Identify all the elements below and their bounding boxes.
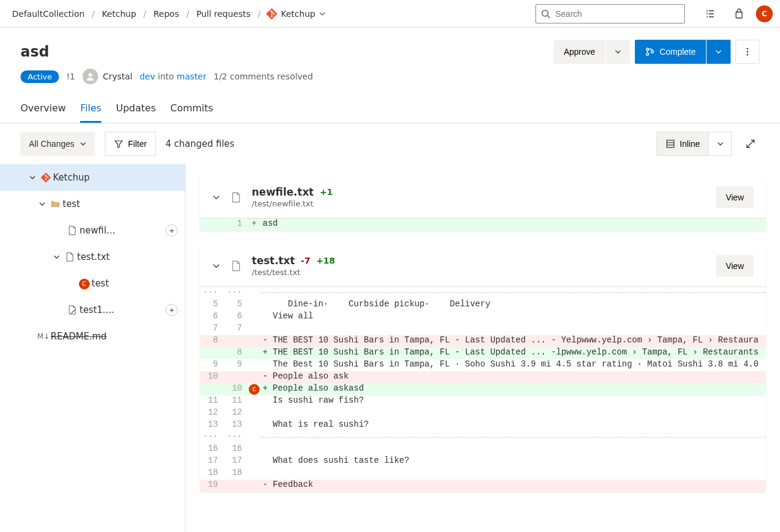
- pr-title: asd: [20, 43, 49, 60]
- tree-comment-item[interactable]: C test: [0, 270, 185, 297]
- chevron-down-icon: [717, 140, 724, 147]
- breadcrumb-collection[interactable]: DefaultCollection: [7, 7, 89, 21]
- diff-line[interactable]: 99 The Best 10 Sushi Bars in Tampa, FL ·…: [200, 359, 766, 371]
- diff-line[interactable]: 1616: [200, 444, 766, 456]
- breadcrumb-project[interactable]: Ketchup: [97, 7, 141, 21]
- file-icon: [229, 192, 243, 203]
- shopping-button[interactable]: [727, 2, 751, 26]
- diff-line[interactable]: 77: [200, 323, 766, 335]
- diff-skip[interactable]: ······: [200, 431, 766, 444]
- changed-files-count: 4 changed files: [166, 138, 234, 149]
- body-split: Ketchup test newfil… + test.txt C test t…: [0, 164, 780, 532]
- diff-body: 1 + asd: [200, 218, 766, 230]
- more-vertical-icon: [743, 47, 752, 57]
- into-label: into: [158, 72, 174, 81]
- pr-header: asd Approve Complete Act: [0, 28, 780, 123]
- search-box[interactable]: [535, 4, 685, 23]
- git-icon: [39, 173, 53, 182]
- diff-line[interactable]: 1717 What does sushi taste like?: [200, 456, 766, 468]
- complete-button[interactable]: Complete: [635, 40, 706, 64]
- inline-view-button[interactable]: Inline: [657, 132, 708, 155]
- all-changes-dropdown[interactable]: All Changes: [20, 132, 95, 156]
- view-file-button[interactable]: View: [716, 187, 753, 208]
- tree-root[interactable]: Ketchup: [0, 164, 185, 191]
- list-icon: [705, 8, 716, 19]
- tree-add-badge: +: [166, 304, 178, 316]
- diff-line[interactable]: 55 Dine-in· Curbside pickup· Delivery: [200, 299, 766, 311]
- source-branch[interactable]: dev: [140, 72, 155, 81]
- file-name: test.txt: [252, 255, 295, 267]
- work-items-button[interactable]: [698, 2, 722, 26]
- diff-line-add[interactable]: 10C+ People also askasd: [200, 383, 766, 395]
- user-avatar[interactable]: C: [756, 5, 773, 22]
- approve-split-button: Approve: [554, 40, 630, 64]
- chevron-down-icon: [715, 48, 722, 55]
- collapse-toggle[interactable]: [212, 193, 220, 202]
- comment-avatar-icon: C: [77, 278, 92, 289]
- breadcrumb-repo-picker[interactable]: Ketchup: [263, 6, 329, 22]
- status-badge: Active: [20, 70, 59, 83]
- tree-file-label: test.txt: [77, 252, 178, 262]
- filter-button[interactable]: Filter: [105, 132, 156, 156]
- author-name: Crystal: [103, 72, 133, 81]
- fullscreen-button[interactable]: [741, 135, 760, 153]
- svg-point-2: [747, 48, 749, 50]
- tree-file-testtxt[interactable]: test.txt: [0, 244, 185, 270]
- diff-line[interactable]: 1212: [200, 407, 766, 419]
- tree-file-test1[interactable]: test1.… +: [0, 297, 185, 323]
- svg-rect-6: [667, 140, 674, 147]
- diff-line[interactable]: 1818: [200, 468, 766, 480]
- tree-folder-test[interactable]: test: [0, 191, 185, 217]
- diff-line[interactable]: 66 View all: [200, 311, 766, 323]
- pr-actions: Approve Complete: [554, 40, 760, 64]
- diff-line-del[interactable]: 8- THE BEST 10 Sushi Bars in Tampa, FL -…: [200, 335, 766, 347]
- view-file-button[interactable]: View: [716, 255, 753, 277]
- file-path: /test/newfile.txt: [252, 199, 708, 208]
- approve-button[interactable]: Approve: [554, 40, 605, 64]
- tab-commits[interactable]: Commits: [170, 99, 213, 123]
- avatar-icon: [83, 69, 98, 84]
- more-actions-button[interactable]: [735, 40, 760, 64]
- tree-file-newfile[interactable]: newfil… +: [0, 217, 185, 244]
- complete-dropdown[interactable]: [707, 40, 731, 64]
- markdown-icon: M↓: [36, 332, 51, 341]
- approve-dropdown[interactable]: [606, 40, 630, 64]
- target-branch[interactable]: master: [176, 72, 206, 81]
- complete-label: Complete: [660, 47, 696, 57]
- code: asd: [260, 218, 766, 230]
- search-icon: [541, 9, 551, 19]
- tree-file-readme[interactable]: M↓ README.md: [0, 323, 185, 350]
- breadcrumb-pullrequests[interactable]: Pull requests: [192, 7, 255, 21]
- diff-line-del[interactable]: 10- People also ask: [200, 371, 766, 383]
- diff-body: ······ 55 Dine-in· Curbside pickup· Deli…: [200, 286, 766, 492]
- tree-folder-label: test: [63, 199, 178, 209]
- comments-resolved[interactable]: 1/2 comments resolved: [214, 72, 313, 81]
- breadcrumb-repos[interactable]: Repos: [149, 7, 184, 21]
- diff-line-add[interactable]: 8+ THE BEST 10 Sushi Bars in Tampa, FL -…: [200, 347, 766, 359]
- file-icon: [63, 252, 77, 262]
- tab-overview[interactable]: Overview: [20, 99, 66, 123]
- filter-icon: [114, 139, 123, 149]
- diff-view-dropdown[interactable]: [708, 132, 731, 155]
- search-input[interactable]: [555, 9, 679, 19]
- file-tree: Ketchup test newfil… + test.txt C test t…: [0, 164, 186, 532]
- pr-author[interactable]: Crystal: [83, 69, 133, 84]
- diff-view-split: Inline: [657, 132, 732, 156]
- diff-line[interactable]: 1111 Is sushi raw fish?: [200, 395, 766, 407]
- file-path: /test/test.txt: [252, 268, 708, 277]
- tree-root-label: Ketchup: [53, 172, 178, 183]
- tab-files[interactable]: Files: [80, 99, 101, 123]
- svg-point-4: [747, 54, 749, 56]
- chevron-down-icon: [614, 48, 622, 55]
- breadcrumb-sep: /: [186, 9, 189, 19]
- diff-skip[interactable]: ······: [200, 287, 766, 299]
- diff-line[interactable]: 1 + asd: [200, 218, 766, 230]
- tab-updates[interactable]: Updates: [116, 99, 155, 123]
- comment-marker[interactable]: C: [248, 383, 260, 395]
- diff-line-del[interactable]: 19- Feedback: [200, 480, 766, 492]
- collapse-toggle[interactable]: [212, 262, 220, 270]
- diff-line[interactable]: 1313 What is real sushi?: [200, 419, 766, 431]
- inline-icon: [666, 139, 675, 149]
- topbar: DefaultCollection / Ketchup / Repos / Pu…: [0, 0, 780, 28]
- git-icon: [266, 8, 277, 19]
